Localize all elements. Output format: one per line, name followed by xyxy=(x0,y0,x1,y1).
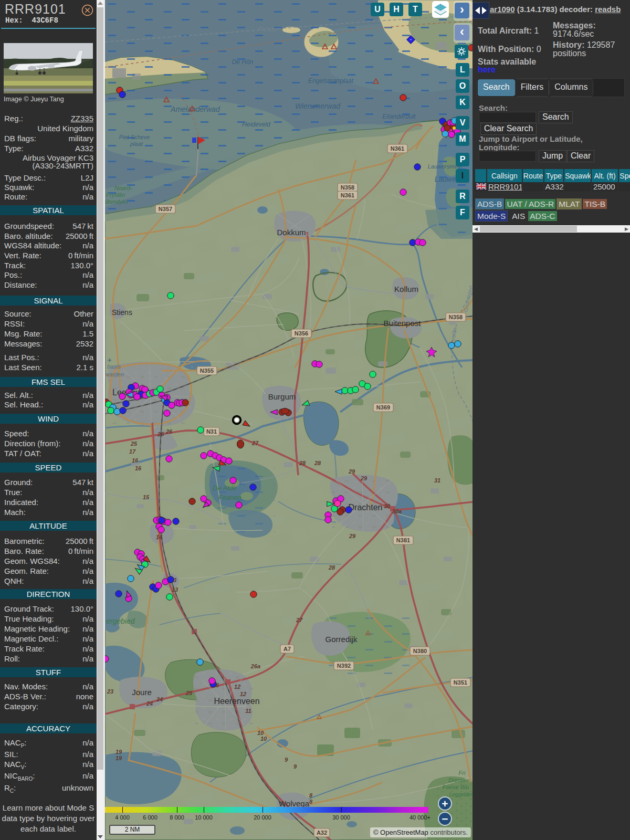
svg-text:28: 28 xyxy=(328,564,335,571)
svg-text:28: 28 xyxy=(299,460,306,466)
svg-text:N380: N380 xyxy=(413,648,427,654)
svg-text:ûtendyks: ûtendyks xyxy=(105,198,129,205)
svg-text:27: 27 xyxy=(251,440,259,446)
svg-text:30a: 30a xyxy=(392,508,402,514)
svg-text:19: 19 xyxy=(116,755,122,761)
svg-text:16: 16 xyxy=(132,457,139,464)
svg-text:Dokkum: Dokkum xyxy=(277,228,306,237)
svg-text:Friese Wo: Friese Wo xyxy=(443,784,469,790)
svg-text:13: 13 xyxy=(172,586,178,593)
svg-text:17: 17 xyxy=(129,448,136,455)
svg-text:Joure: Joure xyxy=(132,688,152,697)
svg-text:16: 16 xyxy=(135,465,142,471)
svg-text:15: 15 xyxy=(143,494,150,500)
svg-text:Leggelder: Leggelder xyxy=(449,792,472,797)
svg-text:Drachten: Drachten xyxy=(349,503,383,512)
svg-text:Fri: Fri xyxy=(459,770,466,776)
svg-text:19: 19 xyxy=(116,749,122,755)
svg-text:N392: N392 xyxy=(337,663,351,669)
svg-text:Engelsmanplaat: Engelsmanplaat xyxy=(308,77,354,85)
svg-text:N358: N358 xyxy=(449,314,463,320)
svg-text:N356: N356 xyxy=(295,330,308,337)
svg-text:N358: N358 xyxy=(341,184,354,191)
svg-text:Eilanderbult: Eilanderbult xyxy=(382,113,416,120)
svg-text:12: 12 xyxy=(240,691,246,697)
svg-text:30: 30 xyxy=(384,503,391,509)
svg-text:28: 28 xyxy=(314,460,321,466)
svg-text:Noard-: Noard- xyxy=(114,185,132,191)
svg-text:9: 9 xyxy=(293,763,297,770)
svg-text:8: 8 xyxy=(309,792,313,799)
svg-text:N361: N361 xyxy=(341,192,354,198)
svg-text:N369: N369 xyxy=(376,404,390,411)
svg-text:N31: N31 xyxy=(206,428,217,435)
svg-text:A32: A32 xyxy=(317,830,327,836)
svg-text:14: 14 xyxy=(156,534,162,540)
svg-text:De Hôn: De Hôn xyxy=(232,58,254,66)
svg-text:10: 10 xyxy=(260,736,267,742)
svg-text:Wierumerwad: Wierumerwad xyxy=(295,102,341,110)
svg-text:27: 27 xyxy=(296,617,303,623)
svg-text:ergebied: ergebied xyxy=(106,617,135,625)
svg-text:basis: basis xyxy=(107,363,121,370)
svg-text:26: 26 xyxy=(157,431,164,437)
svg-text:A7: A7 xyxy=(284,646,291,652)
svg-text:11: 11 xyxy=(245,708,251,714)
svg-text:N357: N357 xyxy=(159,206,172,212)
svg-text:Heerenveen: Heerenveen xyxy=(214,697,259,706)
svg-text:29: 29 xyxy=(349,533,356,539)
svg-text:Fryslân: Fryslân xyxy=(257,26,278,33)
svg-text:31: 31 xyxy=(434,477,440,484)
svg-text:Feanen: Feanen xyxy=(218,494,242,501)
svg-text:N355: N355 xyxy=(200,368,214,374)
svg-text:Kollum: Kollum xyxy=(394,285,418,293)
svg-text:Burgum: Burgum xyxy=(268,392,296,401)
svg-text:warden: warden xyxy=(105,371,124,377)
svg-text:23: 23 xyxy=(107,688,113,695)
svg-text:De Alde: De Alde xyxy=(213,484,237,492)
svg-text:Piet Scheve: Piet Scheve xyxy=(119,134,150,140)
svg-text:Fryslân: Fryslân xyxy=(106,192,125,198)
svg-text:N351: N351 xyxy=(454,679,467,686)
svg-text:12: 12 xyxy=(234,684,240,690)
svg-text:Heideveld: Heideveld xyxy=(242,121,270,128)
svg-text:plaat: plaat xyxy=(130,141,143,147)
svg-text:✈: ✈ xyxy=(107,357,112,363)
svg-text:25: 25 xyxy=(130,440,138,447)
svg-text:N381: N381 xyxy=(396,537,410,543)
svg-text:Amelanderwad: Amelanderwad xyxy=(170,105,220,113)
svg-text:N361: N361 xyxy=(391,145,404,152)
svg-text:9: 9 xyxy=(285,757,288,763)
svg-text:26: 26 xyxy=(165,428,173,435)
svg-text:25: 25 xyxy=(185,690,193,696)
svg-text:24: 24 xyxy=(146,700,153,707)
svg-text:29: 29 xyxy=(348,468,355,475)
svg-text:29: 29 xyxy=(360,475,368,481)
svg-text:Gorredijk: Gorredijk xyxy=(326,635,358,644)
svg-text:8: 8 xyxy=(309,799,313,805)
svg-text:Stiens: Stiens xyxy=(112,308,132,317)
svg-text:26a: 26a xyxy=(250,663,260,669)
svg-text:24: 24 xyxy=(156,696,163,702)
svg-text:Buitenpost: Buitenpost xyxy=(384,319,422,328)
svg-text:Drents-: Drents- xyxy=(448,777,467,783)
